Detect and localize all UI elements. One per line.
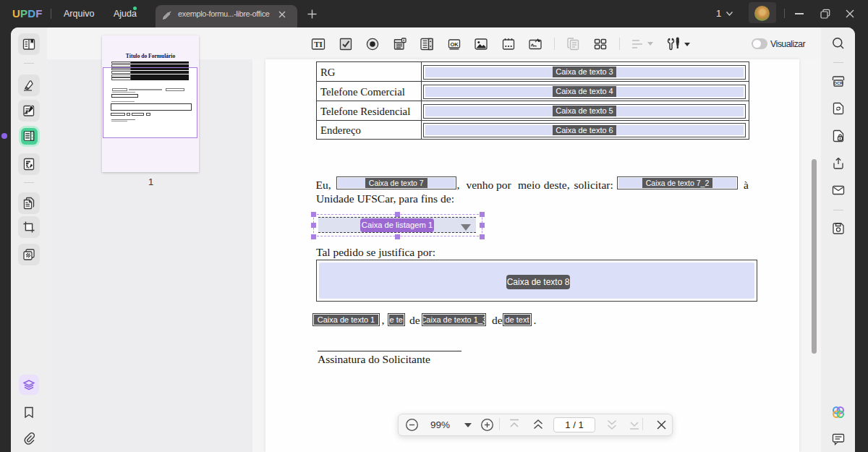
svg-text:OCR: OCR [833, 81, 843, 85]
svg-text:OK: OK [450, 41, 459, 48]
svg-text:TI: TI [314, 40, 323, 48]
